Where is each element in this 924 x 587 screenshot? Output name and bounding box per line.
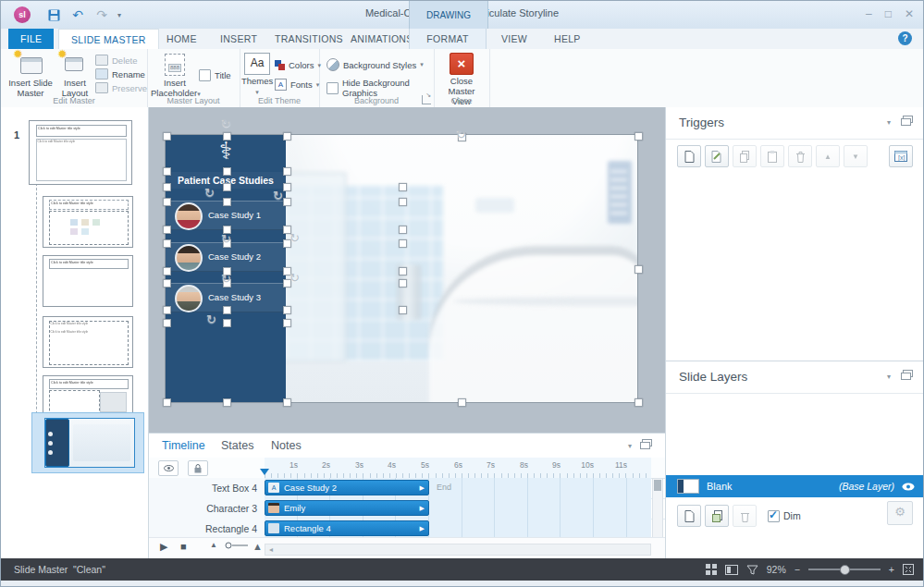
selection-handle[interactable]	[163, 132, 171, 141]
tab-states[interactable]: States	[221, 434, 253, 458]
stop-button[interactable]: ■	[180, 541, 187, 552]
rotate-handle[interactable]: ↻	[290, 231, 300, 245]
rotate-handle[interactable]: ↻	[204, 186, 215, 200]
edit-trigger-button[interactable]	[705, 145, 729, 167]
zoom-out-icon[interactable]: −	[795, 564, 800, 575]
undo-icon[interactable]: ↶	[69, 6, 86, 23]
redo-icon[interactable]: ↷	[93, 6, 110, 23]
selection-handle[interactable]	[163, 198, 171, 206]
selection-handle[interactable]	[163, 398, 171, 407]
selection-handle[interactable]	[223, 306, 231, 314]
thumbnail-master[interactable]: Click to edit Master title style Click t…	[29, 120, 132, 185]
new-trigger-button[interactable]	[677, 145, 701, 167]
play-button[interactable]: ▶	[160, 541, 167, 553]
selection-handle[interactable]	[283, 198, 291, 206]
zoom-slider[interactable]	[808, 569, 881, 570]
tab-file[interactable]: FILE	[8, 29, 54, 49]
selection-handle[interactable]	[458, 398, 466, 407]
selection-handle[interactable]	[163, 183, 171, 191]
selection-handle[interactable]	[634, 265, 643, 274]
selection-handle[interactable]	[163, 279, 171, 287]
timeline-collapse-icon[interactable]: ▾	[628, 442, 632, 450]
triggers-collapse-icon[interactable]: ▾	[887, 118, 891, 127]
timeline-bar[interactable]: Rectangle 4 ▶	[265, 520, 429, 536]
title-checkbox[interactable]: Title	[199, 69, 231, 81]
show-all-eye-icon[interactable]	[158, 460, 179, 476]
copy-trigger-button[interactable]	[733, 145, 757, 167]
tab-insert[interactable]: INSERT	[208, 29, 269, 49]
rename-button[interactable]: Rename	[95, 68, 147, 79]
colors-button[interactable]: Colors▾	[275, 60, 321, 70]
fit-to-window-icon[interactable]	[903, 564, 914, 575]
timeline-ruler[interactable]: 1s 2s 3s 4s 5s 6s 7s 8s 9s 10s 11s	[149, 458, 665, 479]
selection-handle[interactable]	[399, 183, 407, 191]
zoom-slider-knob[interactable]	[840, 565, 850, 575]
selection-handle[interactable]	[634, 398, 643, 407]
insert-layout-button[interactable]: ✹ Insert Layout	[51, 53, 99, 99]
selection-handle[interactable]	[283, 183, 291, 191]
manage-variables-button[interactable]: [x]	[889, 145, 913, 167]
thumbnail-layout-2[interactable]: Click to edit Master title style	[43, 255, 133, 307]
thumbnail-layout-3[interactable]: Click to edit Master title style Click t…	[43, 316, 133, 368]
selection-handle[interactable]	[399, 198, 407, 206]
rotate-handle[interactable]: ↻	[273, 189, 283, 202]
zoom-out-timeline-icon[interactable]: ▲	[210, 541, 217, 549]
selection-handle[interactable]	[223, 319, 231, 327]
selection-handle[interactable]	[283, 167, 291, 176]
insert-slide-master-button[interactable]: ✹ Insert Slide Master	[6, 53, 55, 99]
selection-handle[interactable]	[223, 167, 231, 176]
layer-row-blank[interactable]: Blank (Base Layer)	[666, 475, 924, 497]
view-grid-icon[interactable]	[706, 564, 717, 575]
playhead[interactable]	[260, 469, 269, 475]
delete-button[interactable]: Delete	[95, 55, 147, 66]
timeline-zoom-slider[interactable]	[225, 541, 249, 550]
tab-slide-master[interactable]: SLIDE MASTER	[58, 29, 159, 49]
selection-handle[interactable]	[163, 167, 171, 176]
lock-all-icon[interactable]	[188, 460, 208, 476]
thumbnail-layout-medical-selected[interactable]	[44, 418, 135, 468]
selection-handle[interactable]	[163, 319, 171, 327]
selection-handle[interactable]	[163, 226, 171, 234]
app-logo[interactable]: sl	[14, 6, 31, 23]
delete-layer-button[interactable]	[733, 505, 757, 527]
paste-trigger-button[interactable]	[760, 145, 784, 167]
minimize-button[interactable]: –	[866, 8, 872, 19]
timeline-row-textbox[interactable]: Text Box 4 A Case Study 2 ▶ End	[149, 478, 665, 499]
trigger-down-button[interactable]: ▼	[844, 145, 868, 167]
zoom-level[interactable]: 92%	[767, 564, 786, 575]
rotate-handle[interactable]: ↻	[221, 116, 231, 130]
row-track[interactable]: Rectangle 4 ▶	[265, 519, 651, 539]
qat-dropdown-icon[interactable]: ▾	[117, 11, 121, 19]
rotate-handle[interactable]: ↻	[456, 128, 466, 141]
selection-handle[interactable]	[399, 306, 407, 314]
rotate-handle[interactable]: ↻	[221, 232, 231, 246]
selection-handle[interactable]	[399, 226, 407, 234]
selection-handle[interactable]	[163, 306, 171, 314]
triggers-popout-icon[interactable]	[901, 116, 913, 126]
selection-handle[interactable]	[283, 306, 291, 314]
timeline-horizontal-scrollbar[interactable]: ◂	[265, 544, 651, 556]
trigger-up-button[interactable]: ▲	[816, 145, 840, 167]
rotate-handle[interactable]: ↻	[206, 312, 216, 326]
selection-handle[interactable]	[223, 132, 231, 141]
new-layer-button[interactable]	[677, 505, 701, 527]
row-track[interactable]: A Case Study 2 ▶ End	[265, 478, 651, 498]
selection-handle[interactable]	[399, 239, 407, 248]
hide-background-graphics-checkbox[interactable]: Hide Background Graphics	[326, 78, 434, 98]
tab-help[interactable]: HELP	[542, 29, 593, 49]
selection-handle[interactable]	[163, 267, 171, 275]
thumbnail-layout-1[interactable]: Click to edit Master title style	[43, 196, 133, 248]
tab-home[interactable]: HOME	[154, 29, 209, 49]
selection-handle[interactable]	[163, 239, 171, 248]
timeline-vertical-scrollbar[interactable]	[652, 478, 663, 539]
selection-handle[interactable]	[223, 398, 231, 407]
timeline-popout-icon[interactable]	[640, 439, 652, 449]
zoom-in-icon[interactable]: +	[889, 564, 894, 575]
timeline-bar[interactable]: A Case Study 2 ▶	[265, 480, 429, 495]
layer-settings-gear-icon[interactable]: ⚙	[887, 501, 913, 525]
selection-handle[interactable]	[283, 132, 291, 141]
row-track[interactable]: Emily ▶	[265, 498, 651, 519]
layer-eye-icon[interactable]	[902, 483, 915, 491]
selection-handle[interactable]	[399, 279, 407, 287]
dim-checkbox[interactable]	[768, 510, 780, 522]
